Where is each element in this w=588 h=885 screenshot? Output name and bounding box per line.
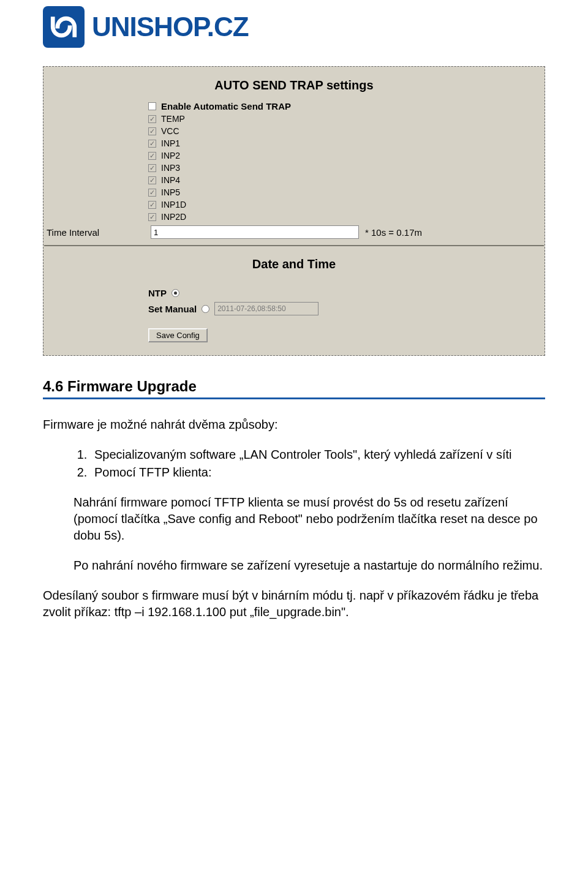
intro-text: Firmware je možné nahrát dvěma způsoby: xyxy=(43,416,545,433)
set-manual-radio[interactable] xyxy=(202,305,209,313)
checkbox-label: TEMP xyxy=(161,114,185,124)
checkbox-row: INP4 xyxy=(148,174,544,186)
checkbox-label: INP5 xyxy=(161,187,180,197)
checkbox-row: INP3 xyxy=(148,162,544,174)
checkbox-row: INP5 xyxy=(148,186,544,198)
heading-underline xyxy=(43,397,545,399)
checkbox xyxy=(148,201,156,209)
checkbox xyxy=(148,189,156,197)
checkbox xyxy=(148,127,156,135)
ntp-label: NTP xyxy=(148,288,167,298)
checkbox-label: INP4 xyxy=(161,175,180,185)
time-interval-label: Time Interval xyxy=(44,227,151,238)
checkbox xyxy=(148,164,156,172)
checkbox-label: Enable Automatic Send TRAP xyxy=(161,101,291,111)
paragraph: Nahrání firmware pomocí TFTP klienta se … xyxy=(74,494,545,544)
checkbox-label: INP2D xyxy=(161,212,186,222)
checkbox-row: INP1 xyxy=(148,137,544,149)
checkbox-row: INP2 xyxy=(148,149,544,162)
checkbox xyxy=(148,213,156,221)
date-time-title: Date and Time xyxy=(44,246,544,279)
brand-logo: UNISHOP.CZ xyxy=(43,6,545,48)
datetime-input[interactable] xyxy=(214,302,318,315)
set-manual-label: Set Manual xyxy=(148,304,197,314)
time-interval-hint: * 10s = 0.17m xyxy=(365,227,422,238)
checkbox xyxy=(148,115,156,123)
checkbox-row: VCC xyxy=(148,125,544,137)
logo-icon xyxy=(43,6,85,48)
checkbox-row: INP2D xyxy=(148,211,544,223)
trap-settings-title: AUTO SEND TRAP settings xyxy=(44,67,544,100)
checkbox xyxy=(148,176,156,184)
checkbox xyxy=(148,152,156,160)
save-config-button[interactable]: Save Config xyxy=(148,328,208,342)
logo-text: UNISHOP.CZ xyxy=(92,12,249,42)
list-item: Specializovaným software „LAN Controler … xyxy=(91,446,545,463)
checkbox[interactable] xyxy=(148,102,156,110)
checkbox-label: INP1D xyxy=(161,200,186,209)
settings-panel: AUTO SEND TRAP settings Enable Automatic… xyxy=(43,66,545,356)
checkbox-label: INP1 xyxy=(161,138,180,148)
checkbox-label: INP3 xyxy=(161,163,180,173)
paragraph: Odesílaný soubor s firmware musí být v b… xyxy=(43,587,545,620)
checkbox-label: VCC xyxy=(161,126,179,136)
checkbox-label: INP2 xyxy=(161,151,180,160)
method-list: Specializovaným software „LAN Controler … xyxy=(43,446,545,481)
section-heading: 4.6 Firmware Upgrade xyxy=(43,378,545,395)
checkbox-row: INP1D xyxy=(148,198,544,211)
checkbox xyxy=(148,140,156,148)
ntp-radio[interactable] xyxy=(172,289,179,297)
paragraph: Po nahrání nového firmware se zařízení v… xyxy=(74,557,545,574)
checkbox-row: Enable Automatic Send TRAP xyxy=(148,100,544,113)
time-interval-input[interactable] xyxy=(151,225,359,239)
checkbox-row: TEMP xyxy=(148,113,544,125)
list-item: Pomocí TFTP klienta: xyxy=(91,464,545,481)
